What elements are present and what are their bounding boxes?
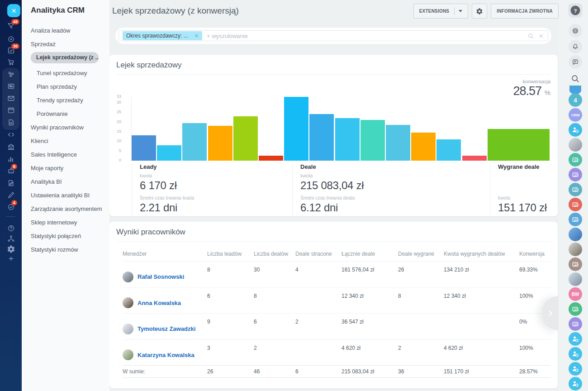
bar-chart-icon[interactable] — [5, 153, 16, 164]
dock-avatar[interactable] — [569, 168, 582, 181]
sidebar-item[interactable]: Sales Intelligence — [22, 148, 109, 161]
funnel-stat-deale: Dealekwota215 083,04 złŚredni czas trwan… — [292, 163, 490, 217]
funnel-bar[interactable] — [132, 135, 156, 161]
mail-icon[interactable] — [5, 93, 16, 104]
network-icon[interactable] — [5, 233, 16, 244]
cart-icon[interactable] — [5, 57, 16, 67]
table-header-row: MenedżerLiczba leadówLiczba dealówDeale … — [123, 246, 551, 261]
chip-close-icon[interactable]: ✕ — [194, 33, 199, 39]
funnel-bar[interactable] — [335, 118, 360, 161]
funnel-bar[interactable] — [360, 120, 385, 161]
funnel-bar[interactable] — [157, 145, 181, 161]
dock-avatar[interactable] — [569, 377, 582, 391]
dock-avatar[interactable] — [569, 257, 582, 271]
sidebar-item[interactable]: Trendy sprzedaży — [22, 93, 109, 107]
sidebar-item[interactable]: Ustawienia analityki BI — [22, 188, 109, 202]
dock-avatar[interactable] — [569, 198, 582, 211]
sidebar: Analityka CRM Analiza leadówSprzedażLeje… — [22, 0, 109, 391]
news-icon[interactable] — [5, 81, 16, 91]
funnel-bar[interactable] — [284, 97, 308, 161]
question-icon[interactable]: ? — [569, 4, 583, 18]
sidebar-item[interactable]: Moje raporty — [22, 161, 109, 175]
filter-chip[interactable]: Okres sprawozdawczy: ... ✕ — [123, 31, 202, 40]
funnel-bar[interactable] — [436, 139, 461, 161]
dock-avatar[interactable]: CRM — [569, 108, 582, 122]
employees-table: MenedżerLiczba leadówLiczba dealówDeale … — [123, 246, 551, 378]
plus-icon[interactable] — [5, 253, 16, 264]
funnel-bar[interactable] — [386, 125, 410, 161]
employee-link[interactable]: Anna Kowalska — [138, 300, 181, 306]
target-icon[interactable] — [569, 24, 582, 38]
question-icon[interactable] — [5, 223, 16, 234]
dock-avatar[interactable] — [569, 183, 582, 196]
dock-avatar[interactable] — [569, 347, 582, 361]
sidebar-item[interactable]: Statystyki połączeń — [22, 229, 109, 243]
dock-avatar[interactable] — [569, 362, 582, 376]
pen-icon[interactable] — [5, 190, 16, 200]
close-icon[interactable]: ✕ — [7, 4, 20, 17]
sidebar-item[interactable]: Klienci — [22, 134, 109, 148]
rail-divider — [6, 216, 15, 217]
funnel-icon[interactable]: 48 — [5, 20, 16, 31]
code-icon[interactable] — [5, 129, 16, 140]
funnel-bar[interactable] — [182, 123, 207, 161]
employee-link[interactable]: Tymoteusz Zawadzki — [138, 325, 195, 332]
funnel-bar[interactable] — [233, 116, 258, 161]
sidebar-item[interactable]: Analiza leadów — [22, 24, 109, 37]
calendar-icon[interactable] — [5, 105, 16, 115]
dock-avatar[interactable] — [569, 138, 582, 152]
dock-avatar[interactable] — [569, 153, 582, 167]
sidebar-item[interactable]: Wyniki pracowników — [22, 120, 109, 134]
clear-search-icon[interactable] — [538, 33, 544, 39]
dock-avatar[interactable] — [569, 228, 582, 241]
chevron-down-icon[interactable] — [459, 10, 462, 12]
bell-icon[interactable] — [569, 40, 582, 53]
extensions-button[interactable]: EXTENSIONS — [413, 4, 468, 19]
sidebar-item[interactable]: Porównanie — [22, 107, 109, 120]
dock-avatar[interactable] — [569, 302, 582, 316]
funnel-bar[interactable] — [259, 156, 283, 161]
funnel-bar[interactable] — [208, 126, 232, 161]
chat-icon[interactable] — [569, 55, 582, 69]
dock-avatar[interactable]: 4 — [569, 93, 582, 107]
document-icon[interactable] — [5, 117, 16, 128]
search-icon[interactable] — [570, 74, 580, 84]
employee-link[interactable]: Rafał Sosnowski — [138, 273, 184, 280]
doc-edit-icon[interactable] — [5, 177, 16, 188]
check-circle-icon[interactable]: 4 — [5, 201, 16, 212]
target-icon[interactable] — [5, 33, 16, 44]
dock-avatar[interactable] — [569, 123, 582, 137]
sidebar-item[interactable]: Analityka BI — [22, 175, 109, 188]
molecule-icon[interactable] — [5, 69, 16, 80]
funnel-chart: konwersacja 28.57 % 05101520253033 — [109, 75, 558, 163]
funnel-bar[interactable] — [411, 133, 436, 161]
search-icon[interactable] — [527, 33, 534, 39]
sidebar-item[interactable]: Zarządzanie asortymentem — [22, 202, 109, 215]
sidebar-item[interactable]: Tunel sprzedażowy — [22, 66, 109, 80]
sidebar-item[interactable]: Plan sprzedaży — [22, 80, 109, 93]
avatar — [123, 272, 133, 282]
building-icon[interactable] — [5, 141, 16, 152]
bot-icon[interactable]: 8 — [5, 165, 16, 176]
chevron-right-icon — [546, 309, 554, 317]
dock-avatar[interactable] — [569, 317, 582, 331]
search-placeholder: + wyszukiwanie — [207, 33, 248, 39]
sidebar-item-active[interactable]: Lejek sprzedażowy (z ... — [31, 52, 99, 63]
employee-link[interactable]: Katarzyna Kowalska — [138, 352, 194, 358]
funnel-bar-wide[interactable] — [488, 129, 550, 161]
funnel-bar[interactable] — [309, 114, 334, 161]
check-square-icon[interactable]: 36 — [5, 45, 16, 56]
funnel-bar[interactable] — [462, 156, 487, 161]
dock-avatar[interactable] — [569, 213, 582, 226]
search-input[interactable]: Okres sprawozdawczy: ... ✕ + wyszukiwani… — [119, 30, 548, 41]
sidebar-item[interactable]: Statystyki rozmów — [22, 243, 109, 256]
dock-avatar[interactable] — [569, 332, 582, 346]
dock-avatar[interactable] — [569, 272, 582, 286]
feedback-button[interactable]: INFORMACJA ZWROTNA — [491, 4, 559, 19]
sidebar-item[interactable]: Sprzedaż — [22, 37, 109, 51]
sidebar-item[interactable]: Sklep internetowy — [22, 215, 109, 229]
dock-avatar[interactable]: BW — [569, 287, 582, 301]
dock-avatar[interactable] — [569, 243, 582, 256]
settings-button[interactable] — [472, 4, 487, 19]
app-rail: ✕ 483684 — [0, 0, 22, 391]
